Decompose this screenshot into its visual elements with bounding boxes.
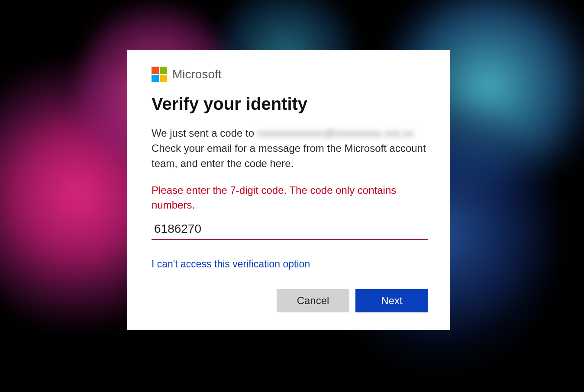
info-suffix: Check your email for a message from the … bbox=[152, 142, 426, 169]
button-row: Cancel Next bbox=[152, 289, 428, 312]
dialog-heading: Verify your identity bbox=[152, 94, 428, 114]
microsoft-logo-icon bbox=[152, 67, 167, 82]
brand-name: Microsoft bbox=[172, 67, 222, 81]
error-message: Please enter the 7-digit code. The code … bbox=[152, 183, 428, 212]
brand-header: Microsoft bbox=[152, 67, 428, 82]
cancel-button[interactable]: Cancel bbox=[277, 289, 349, 312]
verify-identity-dialog: Microsoft Verify your identity We just s… bbox=[127, 50, 450, 330]
masked-email: xxxxxxxxxxxxx@xxxxxxxxx.xxx.xx bbox=[257, 126, 414, 141]
info-text: We just sent a code to xxxxxxxxxxxxx@xxx… bbox=[152, 126, 428, 171]
info-prefix: We just sent a code to bbox=[152, 127, 257, 139]
code-input[interactable] bbox=[152, 220, 428, 240]
cant-access-link[interactable]: I can't access this verification option bbox=[152, 258, 310, 270]
next-button[interactable]: Next bbox=[355, 289, 428, 312]
